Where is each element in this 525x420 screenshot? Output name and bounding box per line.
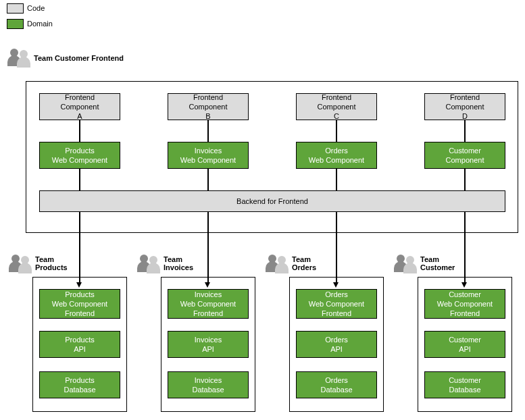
diagram-canvas: Code Domain Team Customer Frontend Front… <box>0 0 525 420</box>
frontend-component-d: Frontend Component D <box>424 93 505 120</box>
team-products-label: Team Products <box>35 255 68 271</box>
products-api: Products API <box>39 331 120 358</box>
orders-api: Orders API <box>296 331 377 358</box>
customer-database: Customer Database <box>424 371 505 398</box>
invoices-web-component: Invoices Web Component <box>168 142 249 169</box>
team-frontend-label: Team Customer Frontend <box>34 54 124 62</box>
team-icon <box>7 253 34 273</box>
customer-api: Customer API <box>424 331 505 358</box>
team-invoices-label: Team Invoices <box>164 255 193 271</box>
invoices-api: Invoices API <box>168 331 249 358</box>
invoices-database: Invoices Database <box>168 371 249 398</box>
backend-for-frontend: Backend for Frontend <box>39 190 505 212</box>
customer-frontend: Customer Web Component Frontend <box>424 289 505 319</box>
frontend-component-c: Frontend Component C <box>296 93 377 120</box>
legend-label-domain: Domain <box>27 20 53 28</box>
team-customer-label: Team Customer <box>420 255 455 271</box>
products-database: Products Database <box>39 371 120 398</box>
legend-label-code: Code <box>27 4 45 12</box>
legend-swatch-code <box>7 3 24 14</box>
products-web-component: Products Web Component <box>39 142 120 169</box>
customer-component: Customer Component <box>424 142 505 169</box>
products-frontend: Products Web Component Frontend <box>39 289 120 319</box>
frontend-component-b: Frontend Component B <box>168 93 249 120</box>
frontend-component-a: Frontend Component A <box>39 93 120 120</box>
team-icon <box>135 253 162 273</box>
orders-web-component: Orders Web Component <box>296 142 377 169</box>
orders-frontend: Orders Web Component Frontend <box>296 289 377 319</box>
orders-database: Orders Database <box>296 371 377 398</box>
legend-swatch-domain <box>7 19 24 29</box>
invoices-frontend: Invoices Web Component Frontend <box>168 289 249 319</box>
team-icon <box>5 47 32 68</box>
team-icon <box>392 253 419 273</box>
team-orders-label: Team Orders <box>292 255 316 271</box>
team-icon <box>264 253 291 273</box>
